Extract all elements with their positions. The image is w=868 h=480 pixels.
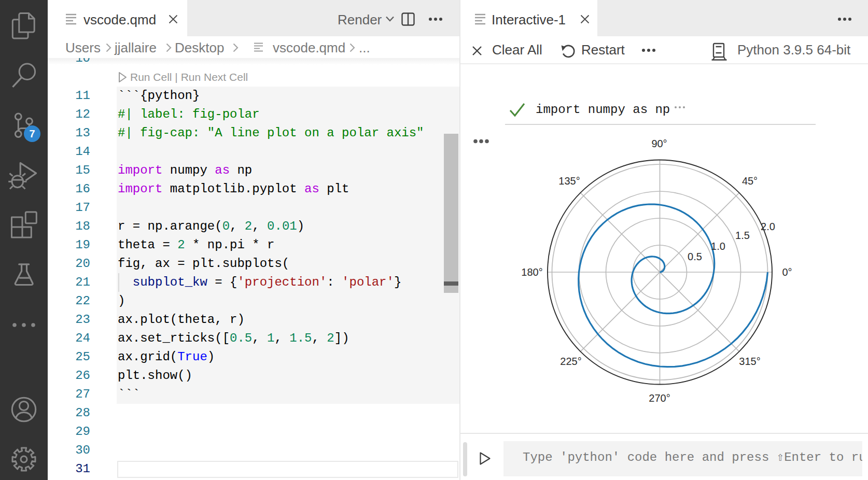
svg-text:270°: 270°	[649, 392, 670, 404]
svg-text:0.5: 0.5	[688, 251, 702, 262]
svg-text:0°: 0°	[782, 266, 792, 278]
svg-text:90°: 90°	[651, 138, 667, 149]
svg-text:315°: 315°	[739, 356, 760, 367]
svg-text:135°: 135°	[558, 175, 580, 187]
svg-text:2.0: 2.0	[761, 221, 775, 232]
svg-text:1.0: 1.0	[711, 241, 725, 252]
svg-text:180°: 180°	[521, 266, 542, 278]
svg-text:1.5: 1.5	[735, 230, 750, 241]
svg-text:45°: 45°	[742, 175, 758, 187]
svg-text:225°: 225°	[560, 356, 581, 367]
